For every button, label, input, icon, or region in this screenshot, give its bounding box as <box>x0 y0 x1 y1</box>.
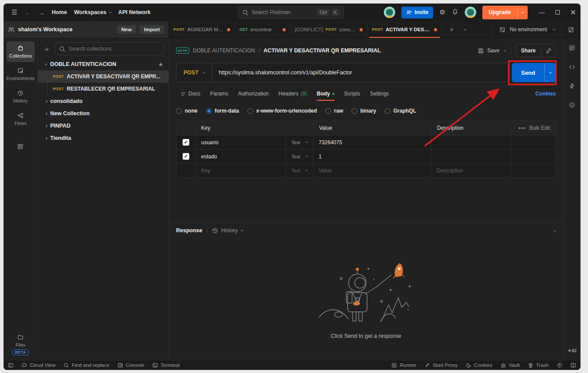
save-button[interactable]: Save <box>478 48 506 54</box>
terminal-button[interactable]: Terminal <box>152 362 180 368</box>
description-placeholder-cell[interactable]: Description <box>431 164 511 177</box>
postbot-ai-icon[interactable]: ✦AI <box>567 348 576 354</box>
comments-icon[interactable] <box>569 45 575 51</box>
breadcrumb-collection[interactable]: DOBLE AUTENTICACION <box>193 48 255 54</box>
tab-body[interactable]: Body <box>312 87 339 101</box>
body-type-graphql[interactable]: GraphQL <box>385 108 416 114</box>
radio-icon[interactable] <box>325 108 331 114</box>
type-dropdown[interactable]: Text <box>286 164 313 177</box>
radio-icon[interactable] <box>352 108 357 114</box>
sidebar-item-history[interactable]: History <box>7 86 35 107</box>
cloud-view-button[interactable]: Cloud View <box>22 362 55 368</box>
close-button[interactable]: ✕ <box>570 8 576 17</box>
collection-new-collection[interactable]: New Collection <box>38 107 169 120</box>
code-snippet-icon[interactable] <box>569 64 575 70</box>
url-input[interactable]: https://syslima.shalomcontrol.com/v1/api… <box>213 69 358 76</box>
new-button[interactable]: New <box>117 25 136 34</box>
upgrade-label[interactable]: Upgrade <box>482 6 517 19</box>
cookies-link[interactable]: Cookies <box>535 91 556 97</box>
star-icon[interactable]: ★ <box>158 61 163 68</box>
body-type-raw[interactable]: raw <box>325 108 343 114</box>
value-cell[interactable]: 1 <box>313 150 431 163</box>
find-and-replace-button[interactable]: Find and replace <box>63 362 110 368</box>
help-icon[interactable] <box>557 362 562 368</box>
upgrade-dropdown[interactable] <box>517 6 528 19</box>
pull-request-icon[interactable] <box>569 83 575 89</box>
collections-search-input[interactable] <box>69 46 160 52</box>
key-cell[interactable]: usuario <box>196 135 286 149</box>
split-pane-icon[interactable] <box>570 362 576 368</box>
description-cell[interactable] <box>431 150 511 163</box>
send-button[interactable]: Send <box>512 63 556 82</box>
response-collapse-chevron[interactable] <box>554 227 556 234</box>
description-cell[interactable] <box>431 135 511 149</box>
tab-settings[interactable]: Settings <box>365 87 393 101</box>
tab-authorization[interactable]: Authorization <box>234 87 273 101</box>
add-collection-button[interactable]: ＋ <box>42 44 51 54</box>
radio-icon[interactable] <box>247 108 253 114</box>
upgrade-button[interactable]: Upgrade <box>482 6 528 19</box>
minimize-button[interactable]: — <box>539 9 545 16</box>
import-button[interactable]: Import <box>140 25 164 34</box>
request-activar-y-desactivar[interactable]: POST ACTIVAR Y DESACTIVAR QR EMPR... <box>38 70 169 83</box>
nav-api-network[interactable]: API Network <box>118 9 151 15</box>
key-placeholder-cell[interactable]: Key <box>196 164 286 177</box>
body-type-binary[interactable]: binary <box>352 108 376 114</box>
nav-workspaces[interactable]: Workspaces <box>74 9 111 15</box>
radio-icon[interactable] <box>176 108 182 114</box>
body-type-none[interactable]: none <box>176 108 198 114</box>
invite-button[interactable]: Invite <box>401 7 433 18</box>
key-cell[interactable]: estado <box>196 150 286 163</box>
nav-back-icon[interactable]: ← <box>24 9 31 16</box>
main-menu-icon[interactable]: ☰ <box>11 8 17 16</box>
nav-forward-icon[interactable]: → <box>38 9 44 16</box>
collections-search[interactable] <box>55 42 164 55</box>
vault-button[interactable]: Vault <box>500 362 520 368</box>
collection-tiendita[interactable]: Tiendita <box>38 132 169 144</box>
collection-pinpad[interactable]: PINPAD <box>38 120 169 132</box>
sidebar-item-files[interactable]: Files BETA <box>12 334 29 355</box>
more-options-icon[interactable]: ••• <box>518 125 526 132</box>
runner-button[interactable]: Runner <box>391 362 416 368</box>
value-cell[interactable]: 73264075 <box>313 135 431 149</box>
environment-selector[interactable]: No environment <box>492 21 561 38</box>
tab-docs[interactable]: Docs <box>176 87 205 101</box>
value-placeholder-cell[interactable]: Value <box>313 164 431 177</box>
radio-icon[interactable] <box>385 108 390 114</box>
row-checkbox-checked[interactable] <box>183 153 189 160</box>
console-button[interactable]: Console <box>118 362 144 368</box>
nav-home[interactable]: Home <box>51 9 67 15</box>
row-checkbox-checked[interactable] <box>183 139 189 146</box>
tab-options-dropdown[interactable] <box>460 29 470 31</box>
global-search-input[interactable]: Search Postman Ctrl K <box>238 6 344 18</box>
tab-encontrar[interactable]: GET encontrar <box>235 21 290 38</box>
response-history-dropdown[interactable]: History <box>212 227 243 234</box>
notifications-bell-icon[interactable] <box>452 8 459 17</box>
collection-doble-autenticacion[interactable]: DOBLE AUTENTICACION ★ <box>38 58 169 70</box>
sidebar-item-collections[interactable]: Collections <box>7 41 35 62</box>
send-label[interactable]: Send <box>512 63 544 82</box>
send-options-dropdown[interactable] <box>544 63 556 82</box>
workspace-name[interactable]: shalom's Workspace <box>18 26 114 33</box>
maximize-button[interactable] <box>555 9 560 16</box>
tab-activar-y-desactivar[interactable]: POST ACTIVAR Y DESACTIVAR <box>368 21 442 38</box>
tab-headers[interactable]: Headers (9) <box>274 87 312 101</box>
chevron-down-icon[interactable] <box>503 48 507 51</box>
body-type-urlencoded[interactable]: x-www-form-urlencoded <box>247 108 317 114</box>
share-link-icon[interactable] <box>541 44 555 57</box>
request-restablecer-qr[interactable]: POST RESTABLECER QR EMPRESARIAL <box>38 83 169 95</box>
method-selector[interactable]: POST <box>176 63 213 82</box>
user-avatar[interactable] <box>465 7 476 18</box>
sidebar-item-environments[interactable]: Environments <box>7 64 35 84</box>
type-dropdown[interactable]: Text <box>286 150 313 163</box>
radio-selected-icon[interactable] <box>206 108 212 114</box>
settings-gear-icon[interactable]: ⚙ <box>439 8 445 16</box>
new-tab-button[interactable]: ＋ <box>445 25 459 34</box>
breadcrumb-request-name[interactable]: ACTIVAR Y DESACTIVAR QR EMPRESARIAL <box>264 48 381 54</box>
type-dropdown[interactable]: Text <box>286 135 313 149</box>
team-avatar[interactable] <box>384 7 395 18</box>
share-button[interactable]: Share <box>515 44 556 57</box>
body-type-form-data[interactable]: form-data <box>206 108 239 114</box>
environment-quick-look-icon[interactable] <box>561 21 581 38</box>
cookies-button[interactable]: Cookies <box>466 362 492 368</box>
